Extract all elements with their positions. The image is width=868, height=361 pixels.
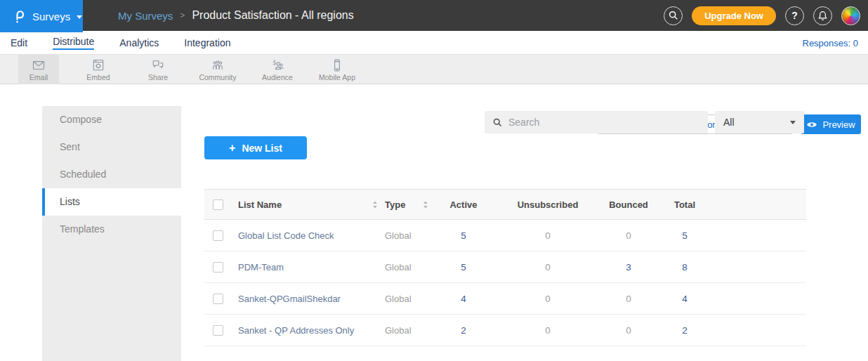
questionpro-logo-icon [13, 8, 26, 25]
chevron-down-icon [790, 121, 796, 124]
channel-audience[interactable]: $ Audience [257, 55, 298, 84]
sidebar-item-compose[interactable]: Compose [42, 106, 181, 133]
list-name-link[interactable]: Sanket - QP Addresses Only [238, 325, 385, 336]
row-checkbox[interactable] [204, 230, 238, 241]
sort-icon[interactable] [372, 200, 378, 209]
page-title: Product Satisfaction - All regions [192, 9, 353, 22]
column-header-list-name[interactable]: List Name [238, 199, 385, 210]
tab-distribute[interactable]: Distribute [53, 36, 94, 50]
channel-email[interactable]: Email [18, 55, 59, 84]
unsubscribed-count[interactable]: 0 [492, 294, 604, 304]
bounced-count[interactable]: 3 [604, 262, 653, 273]
bounced-count[interactable]: 0 [604, 294, 653, 304]
search-input[interactable] [508, 117, 684, 128]
sidebar-item-templates[interactable]: Templates [42, 216, 181, 243]
channel-list: Email Embed Share [18, 55, 357, 84]
breadcrumb-my-surveys[interactable]: My Surveys [118, 10, 173, 22]
total-count[interactable]: 5 [653, 230, 716, 241]
unsubscribed-count[interactable]: 0 [492, 325, 604, 336]
channel-mobile-app[interactable]: Mobile App [317, 55, 357, 84]
breadcrumb-separator: > [180, 11, 185, 20]
product-menu-label: Surveys [32, 11, 70, 22]
user-avatar[interactable] [841, 6, 860, 25]
tab-edit[interactable]: Edit [11, 37, 27, 48]
mobile-phone-icon [330, 58, 344, 72]
sort-icon[interactable] [423, 200, 428, 209]
search-icon [493, 118, 502, 127]
column-header-active: Active [435, 199, 492, 210]
total-count[interactable]: 8 [653, 262, 716, 273]
row-checkbox[interactable] [204, 325, 238, 336]
preview-button[interactable]: Preview [801, 114, 861, 134]
table-row: Global List Code Check Global 5 0 0 5 [204, 220, 806, 251]
list-filter-dropdown[interactable]: All [715, 111, 804, 133]
product-menu[interactable]: Surveys [0, 0, 83, 32]
tab-analytics[interactable]: Analytics [119, 37, 159, 48]
sidebar-item-sent[interactable]: Sent [42, 133, 181, 161]
select-all-checkbox[interactable] [204, 199, 238, 210]
channel-embed[interactable]: Embed [78, 55, 119, 84]
survey-tabs: Edit Distribute Analytics Integration Re… [0, 31, 868, 55]
table-row: PDM-Team Global 5 0 3 8 [204, 251, 806, 283]
unsubscribed-count[interactable]: 0 [492, 262, 604, 273]
channel-label: Mobile App [319, 73, 355, 81]
lists-table: List Name Type Active Unsubscribed Bounc… [204, 189, 806, 346]
channel-label: Community [199, 73, 236, 81]
active-count[interactable]: 2 [435, 325, 492, 336]
notifications-button[interactable] [813, 6, 832, 25]
channel-share[interactable]: Share [138, 55, 178, 84]
upgrade-now-button[interactable]: Upgrade Now [692, 6, 776, 25]
sidebar-item-scheduled[interactable]: Scheduled [42, 161, 181, 188]
chat-bubbles-icon [151, 58, 165, 72]
envelope-icon [32, 58, 46, 72]
channel-label: Embed [86, 73, 110, 81]
svg-text:$: $ [272, 58, 276, 65]
questionpro-app: My Surveys > Product Satisfaction - All … [0, 0, 868, 361]
list-type: Global [385, 230, 435, 241]
table-row: Sanket - QP Addresses Only Global 2 0 0 … [204, 315, 806, 346]
active-count[interactable]: 4 [435, 294, 492, 304]
bounced-count[interactable]: 0 [604, 230, 653, 241]
list-name-link[interactable]: PDM-Team [238, 262, 385, 273]
eye-icon [806, 121, 817, 129]
table-row: Sanket-QPGmailShekdar Global 4 0 0 4 [204, 283, 806, 315]
table-header-row: List Name Type Active Unsubscribed Bounc… [204, 189, 806, 220]
tab-integration[interactable]: Integration [184, 37, 230, 48]
row-checkbox[interactable] [204, 262, 238, 273]
new-list-button[interactable]: + New List [204, 136, 307, 159]
browser-gear-icon [91, 58, 105, 72]
column-label: List Name [238, 199, 282, 210]
channel-label: Audience [262, 73, 293, 81]
search-icon [669, 11, 678, 20]
global-search-button[interactable] [664, 6, 683, 25]
question-mark-icon: ? [791, 10, 798, 21]
dollar-people-icon: $ [270, 58, 284, 72]
bell-icon [817, 11, 828, 21]
list-type: Global [385, 262, 435, 273]
unsubscribed-count[interactable]: 0 [492, 230, 604, 241]
list-search [485, 111, 708, 133]
channel-community[interactable]: Community [197, 55, 238, 84]
channel-label: Share [148, 73, 168, 81]
row-checkbox[interactable] [204, 294, 238, 304]
active-count[interactable]: 5 [435, 230, 492, 241]
top-header: My Surveys > Product Satisfaction - All … [0, 0, 868, 31]
column-header-unsubscribed: Unsubscribed [492, 199, 604, 210]
list-name-link[interactable]: Sanket-QPGmailShekdar [238, 294, 385, 304]
chevron-down-icon [77, 15, 82, 19]
total-count[interactable]: 2 [653, 325, 716, 336]
bounced-count[interactable]: 0 [604, 325, 653, 336]
filter-selected-value: All [723, 117, 735, 128]
distribute-toolbar: Email Embed Share [0, 55, 868, 84]
active-count[interactable]: 5 [435, 262, 492, 273]
responses-count[interactable]: Responses: 0 [803, 31, 859, 55]
column-header-type[interactable]: Type [385, 199, 435, 210]
sidebar-item-lists[interactable]: Lists [42, 188, 181, 216]
total-count[interactable]: 4 [653, 294, 716, 304]
plus-icon: + [229, 142, 235, 155]
preview-label: Preview [822, 119, 855, 130]
list-name-link[interactable]: Global List Code Check [238, 230, 385, 241]
help-button[interactable]: ? [785, 6, 804, 25]
column-header-bounced: Bounced [604, 199, 653, 210]
list-type: Global [385, 294, 435, 304]
